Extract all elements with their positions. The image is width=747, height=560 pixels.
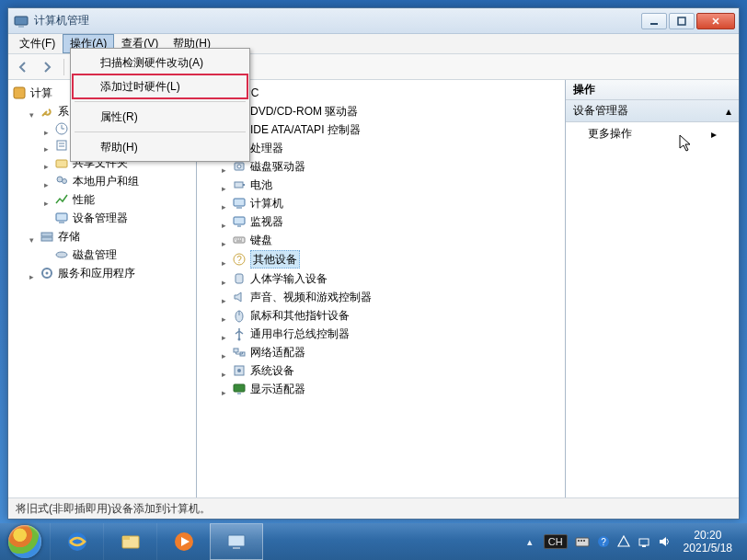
expander-icon[interactable]: ▸: [219, 235, 229, 246]
back-button[interactable]: [14, 58, 32, 76]
menu-file[interactable]: 文件(F): [12, 34, 63, 53]
device-category[interactable]: ▸通用串行总线控制器: [199, 325, 563, 343]
close-button[interactable]: [696, 13, 735, 29]
expander-icon[interactable]: ▸: [219, 199, 229, 209]
maximize-button[interactable]: [669, 13, 695, 29]
tree-item-label: 本地用户和组: [73, 173, 139, 189]
expander-icon[interactable]: ▸: [41, 195, 52, 205]
context-menu-item[interactable]: 帮助(H): [73, 135, 247, 159]
statusbar-text: 将旧式(非即插即用)设备添加到计算机。: [16, 501, 211, 517]
titlebar: 计算机管理: [8, 8, 739, 34]
svg-point-16: [46, 272, 49, 275]
taskbar-media-player[interactable]: [156, 523, 210, 560]
device-category[interactable]: ▸处理器: [199, 139, 563, 157]
taskbar-explorer[interactable]: [103, 523, 156, 560]
context-menu-item[interactable]: 属性(R): [73, 105, 247, 129]
tree-item[interactable]: ▾存储: [10, 227, 194, 246]
tree-item[interactable]: 磁盘管理: [10, 246, 194, 264]
svg-point-38: [238, 338, 241, 341]
expander-icon[interactable]: ▸: [41, 158, 52, 168]
device-category[interactable]: ▸人体学输入设备: [199, 269, 563, 288]
context-menu-item[interactable]: 扫描检测硬件改动(A): [73, 51, 247, 74]
device-category[interactable]: ▸磁盘驱动器: [199, 157, 563, 176]
expander-icon[interactable]: [41, 213, 52, 223]
expander-icon[interactable]: ▸: [219, 180, 229, 190]
expander-icon[interactable]: ▸: [219, 311, 229, 321]
svg-rect-6: [57, 141, 66, 150]
clock-date: 2021/5/18: [684, 542, 732, 554]
help-icon[interactable]: ?: [597, 535, 610, 548]
device-category[interactable]: ▸DVD/CD-ROM 驱动器: [199, 102, 563, 120]
usb-icon: [232, 326, 247, 341]
tree-item[interactable]: ▸服务和应用程序: [10, 264, 194, 282]
statusbar: 将旧式(非即插即用)设备添加到计算机。: [8, 498, 739, 519]
expander-icon[interactable]: ▸: [219, 329, 229, 339]
device-category[interactable]: ▸监视器: [199, 212, 563, 231]
taskbar-computer-management[interactable]: [210, 523, 263, 560]
expander-icon[interactable]: ▸: [219, 255, 229, 265]
users-icon: [54, 174, 69, 189]
device-category[interactable]: ▸鼠标和其他指针设备: [199, 306, 563, 325]
device-category[interactable]: ▸键盘: [199, 231, 563, 249]
actions-more[interactable]: 更多操作 ▸: [566, 122, 739, 145]
expander-icon[interactable]: ▸: [41, 141, 52, 151]
expander-icon[interactable]: [41, 250, 52, 260]
expander-icon[interactable]: ▸: [41, 177, 52, 187]
device-category[interactable]: ▸电池: [199, 176, 563, 194]
device-category[interactable]: ▸系统设备: [199, 361, 563, 380]
svg-rect-43: [234, 384, 245, 392]
start-button[interactable]: [0, 523, 50, 560]
tray-chevron-up-icon[interactable]: ▴: [523, 535, 536, 548]
device-category[interactable]: ▸声音、视频和游戏控制器: [199, 288, 563, 306]
taskbar-clock[interactable]: 20:20 2021/5/18: [678, 529, 738, 554]
svg-rect-27: [234, 199, 245, 206]
device-category-label: 处理器: [250, 140, 283, 156]
collapse-icon[interactable]: ▴: [726, 105, 731, 118]
svg-rect-44: [237, 393, 241, 394]
expander-icon[interactable]: ▸: [219, 217, 229, 227]
device-root[interactable]: ▾ n-PC: [199, 84, 563, 102]
taskbar: ▴ CH ? 20:20 2021/5/18: [0, 523, 747, 560]
tree-item[interactable]: ▸本地用户和组: [10, 172, 194, 190]
svg-rect-3: [678, 17, 685, 25]
forward-button[interactable]: [38, 58, 56, 76]
taskbar-ie[interactable]: [50, 523, 103, 560]
context-menu-separator: [75, 131, 246, 132]
device-category[interactable]: ▸显示适配器: [199, 380, 563, 398]
expander-icon[interactable]: ▸: [219, 274, 229, 284]
sound-icon: [232, 290, 247, 304]
device-category[interactable]: ▸网络适配器: [199, 343, 563, 361]
expander-icon[interactable]: ▸: [219, 292, 229, 303]
context-menu-item[interactable]: 添加过时硬件(L): [73, 74, 247, 98]
computer-icon: [232, 196, 247, 211]
action-center-icon[interactable]: [617, 535, 630, 548]
expander-icon[interactable]: ▸: [219, 366, 229, 376]
expander-icon[interactable]: ▸: [219, 162, 229, 172]
tree-item[interactable]: ▸性能: [10, 190, 194, 209]
expander-icon[interactable]: ▸: [219, 348, 229, 358]
other-device-icon: ?: [232, 252, 247, 267]
expander-icon[interactable]: ▸: [27, 269, 37, 279]
ime-keyboard-icon[interactable]: [575, 535, 590, 548]
expander-icon[interactable]: ▸: [41, 124, 52, 134]
actions-pane: 操作 设备管理器 ▴ 更多操作 ▸: [566, 80, 739, 497]
minimize-button[interactable]: [641, 13, 667, 29]
system-tray: ▴ CH ? 20:20 2021/5/18: [520, 529, 741, 554]
volume-icon[interactable]: [658, 535, 671, 548]
keyboard-icon: [232, 233, 247, 247]
device-category[interactable]: ▸?其他设备: [199, 249, 563, 269]
svg-rect-28: [236, 207, 242, 209]
expander-icon[interactable]: ▾: [27, 107, 37, 117]
tree-item[interactable]: 设备管理器: [10, 209, 194, 227]
expander-icon[interactable]: ▸: [219, 384, 229, 394]
device-category[interactable]: ▸计算机: [199, 194, 563, 212]
tree-item-label: 性能: [73, 191, 95, 208]
tree-item-label: 设备管理器: [73, 210, 128, 226]
network-icon[interactable]: [638, 535, 650, 548]
language-indicator[interactable]: CH: [544, 534, 568, 549]
device-category[interactable]: ▸IDE ATA/ATAPI 控制器: [199, 120, 563, 139]
actions-section[interactable]: 设备管理器 ▴: [566, 100, 739, 122]
device-tree-pane[interactable]: ▾ n-PC ▸DVD/CD-ROM 驱动器▸IDE ATA/ATAPI 控制器…: [197, 80, 566, 497]
expander-icon[interactable]: ▾: [27, 232, 37, 242]
mmc-root-icon: [12, 86, 27, 100]
